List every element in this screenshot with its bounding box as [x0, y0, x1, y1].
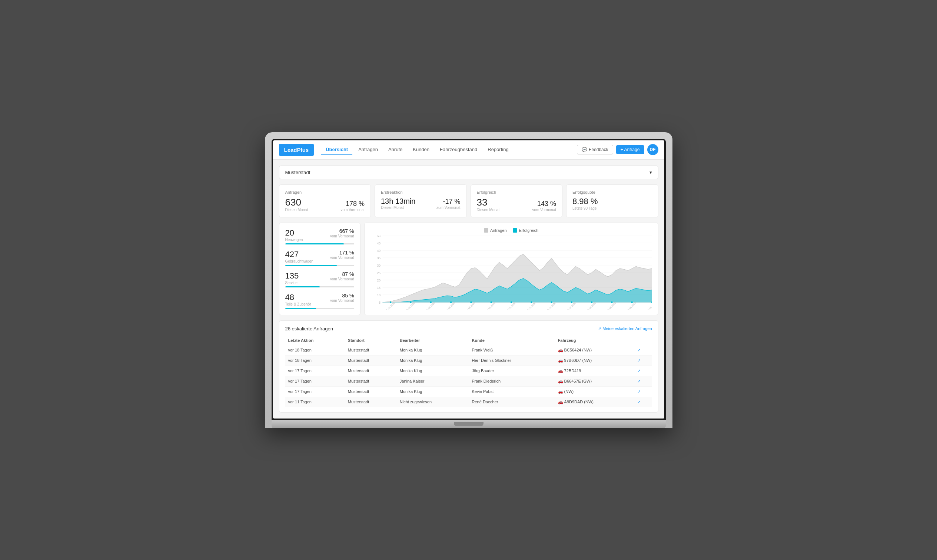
col-standort: Standort: [345, 336, 397, 345]
cell-standort: Musterstadt: [345, 376, 397, 386]
legend-anfragen-dot: [484, 228, 488, 232]
anfrage-button[interactable]: + Anfrage: [616, 145, 644, 154]
stat-erfolgsquote-values: 8.98 % Letzte 90 Tage: [572, 197, 652, 210]
svg-point-31: [591, 301, 592, 303]
cell-standort: Musterstadt: [345, 386, 397, 397]
svg-point-21: [390, 301, 391, 303]
avatar[interactable]: DF: [647, 144, 659, 155]
cell-kunde: Herr Dennis Glockner: [469, 355, 555, 366]
main-content: Musterstadt ▾ Anfragen 630 Diesen Monat: [273, 160, 664, 418]
row-external-link[interactable]: ↗: [637, 369, 641, 373]
table-header-row: 26 eskalierte Anfragen ↗ Meine eskaliert…: [285, 326, 652, 331]
row-external-link[interactable]: ↗: [637, 400, 641, 404]
row-external-link[interactable]: ↗: [637, 389, 641, 394]
location-dropdown[interactable]: Musterstadt ▾: [279, 166, 659, 179]
svg-text:30: 30: [377, 264, 380, 268]
table-row: vor 18 Tagen Musterstadt Monika Klug Her…: [285, 355, 652, 366]
svg-text:50: 50: [377, 235, 380, 238]
table-row: vor 17 Tagen Musterstadt Monika Klug Jör…: [285, 366, 652, 376]
cell-kunde: Kevin Pabst: [469, 386, 555, 397]
col-action: [634, 336, 652, 345]
row-external-link[interactable]: ↗: [637, 348, 641, 352]
cat-gw-pct-sub: vom Vormonat: [330, 255, 354, 260]
cat-gw-label: Gebrauchtwagen: [285, 259, 314, 263]
table-row: vor 11 Tagen Musterstadt Nicht zugewiese…: [285, 397, 652, 407]
cell-fahrzeug: 🚗(NW): [555, 386, 634, 397]
cell-aktion: vor 17 Tagen: [285, 366, 345, 376]
nav-anfragen[interactable]: Anfragen: [354, 145, 382, 155]
svg-point-33: [631, 301, 632, 303]
stat-erfolgsquote-main-sub: Letzte 90 Tage: [572, 206, 598, 210]
nav-anrufe[interactable]: Anrufe: [384, 145, 407, 155]
cell-bearbeiter: Monika Klug: [397, 366, 469, 376]
cell-fahrzeug: 🚗A9D9DAD (NW): [555, 397, 634, 407]
cell-bearbeiter: Monika Klug: [397, 355, 469, 366]
cell-ext-link[interactable]: ↗: [634, 345, 652, 355]
col-aktion: Letzte Aktion: [285, 336, 345, 345]
stat-anfragen: Anfragen 630 Diesen Monat 178 % vom Vorm…: [279, 185, 371, 217]
nav-ubersicht[interactable]: Übersicht: [321, 145, 352, 155]
cell-ext-link[interactable]: ↗: [634, 376, 652, 386]
cell-standort: Musterstadt: [345, 366, 397, 376]
cell-kunde: Frank Diederich: [469, 376, 555, 386]
nav-reporting[interactable]: Reporting: [483, 145, 513, 155]
cell-standort: Musterstadt: [345, 355, 397, 366]
cell-bearbeiter: Monika Klug: [397, 386, 469, 397]
nav-fahrzeugbestand[interactable]: Fahrzeugbestand: [435, 145, 482, 155]
cell-ext-link[interactable]: ↗: [634, 386, 652, 397]
cell-fahrzeug: 🚗BC56424 (NW): [555, 345, 634, 355]
cell-ext-link[interactable]: ↗: [634, 355, 652, 366]
cat-gw-bar: [285, 265, 354, 266]
svg-point-25: [470, 301, 472, 303]
svg-point-22: [410, 301, 411, 303]
nav-actions: 💬 Feedback + Anfrage DF: [577, 144, 658, 155]
stat-erstreaktion-secondary: -17 % zum Vormonat: [437, 198, 460, 210]
svg-text:20: 20: [377, 278, 380, 282]
cell-aktion: vor 17 Tagen: [285, 386, 345, 397]
cell-aktion: vor 17 Tagen: [285, 376, 345, 386]
chart-card: Anfragen Erfolgreich: [364, 223, 659, 315]
stat-erfolgreich-pct-sub: vom Vormonat: [532, 208, 556, 212]
row-external-link[interactable]: ↗: [637, 358, 641, 363]
cell-ext-link[interactable]: ↗: [634, 366, 652, 376]
cat-teile-fill: [285, 308, 316, 309]
escalated-table: Letzte Aktion Standort Bearbeiter Kunde …: [285, 336, 652, 407]
vehicle-icon: 🚗: [558, 358, 563, 363]
nav-kunden[interactable]: Kunden: [408, 145, 434, 155]
cat-teile-pct-sub: vom Vormonat: [330, 298, 354, 303]
svg-point-23: [430, 301, 431, 303]
chart-area: 50 45 40 35 30 25 20 15 10 5: [371, 235, 652, 310]
stats-row: Anfragen 630 Diesen Monat 178 % vom Vorm…: [279, 185, 659, 217]
legend-erfolgreich-label: Erfolgreich: [519, 228, 539, 232]
stat-erfolgreich-values: 33 Diesen Monat 143 % vom Vormonat: [477, 197, 557, 212]
svg-text:10: 10: [377, 293, 380, 297]
legend-anfragen: Anfragen: [484, 228, 507, 232]
table-row: vor 17 Tagen Musterstadt Monika Klug Kev…: [285, 386, 652, 397]
col-fahrzeug: Fahrzeug: [555, 336, 634, 345]
svg-point-28: [531, 301, 532, 303]
svg-point-32: [611, 301, 612, 303]
cat-service: 135 Service 87 % vom Vormonat: [285, 271, 354, 288]
row-external-link[interactable]: ↗: [637, 379, 641, 383]
svg-text:40: 40: [377, 249, 380, 252]
cat-teile: 48 Teile & Zubehör 85 % vom Vormonat: [285, 292, 354, 309]
stat-erfolgreich-label: Erfolgreich: [477, 190, 557, 194]
cell-ext-link[interactable]: ↗: [634, 397, 652, 407]
table-header: Letzte Aktion Standort Bearbeiter Kunde …: [285, 336, 652, 345]
legend-erfolgreich-dot: [513, 228, 517, 232]
table-title: 26 eskalierte Anfragen: [285, 326, 333, 331]
feedback-button[interactable]: 💬 Feedback: [577, 145, 613, 154]
stat-erfolgsquote: Erfolgsquote 8.98 % Letzte 90 Tage: [566, 185, 659, 217]
cat-neuwagen-count: 20: [285, 228, 303, 238]
category-card: 20 Neuwagen 667 % vom Vormonat: [279, 223, 360, 315]
brand-logo[interactable]: LeadPlus: [279, 144, 314, 156]
stat-anfragen-values: 630 Diesen Monat 178 % vom Vormonat: [285, 197, 365, 212]
location-value: Musterstadt: [285, 170, 311, 175]
stat-anfragen-main-sub: Diesen Monat: [285, 208, 308, 212]
stat-erfolgreich-secondary: 143 % vom Vormonat: [532, 200, 556, 212]
table-link[interactable]: ↗ Meine eskalierten Anfragen: [598, 326, 652, 331]
stat-erfolgreich-main-sub: Diesen Monat: [477, 208, 500, 212]
cat-service-fill: [285, 286, 320, 288]
cat-gw-count: 427: [285, 250, 314, 259]
table-card: 26 eskalierte Anfragen ↗ Meine eskaliert…: [279, 320, 659, 412]
